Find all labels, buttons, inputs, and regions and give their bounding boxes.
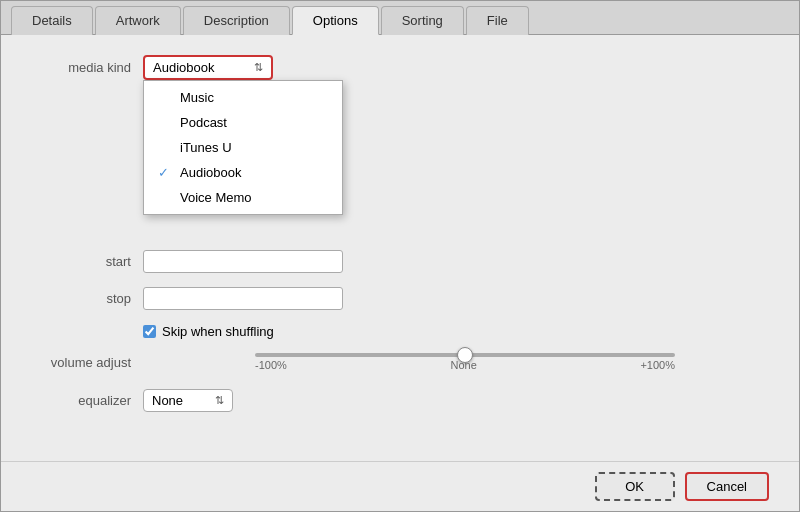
menu-item-itunes-u[interactable]: iTunes U <box>144 135 342 160</box>
tab-options[interactable]: Options <box>292 6 379 35</box>
equalizer-row: equalizer None ⇅ <box>31 389 769 412</box>
dropdown-arrow-icon: ⇅ <box>254 61 263 74</box>
tab-artwork[interactable]: Artwork <box>95 6 181 35</box>
volume-slider[interactable] <box>255 353 675 357</box>
button-row: OK Cancel <box>1 461 799 511</box>
media-kind-dropdown[interactable]: Audiobook ⇅ <box>143 55 273 80</box>
skip-shuffling-label: Skip when shuffling <box>162 324 274 339</box>
menu-item-voice-memo[interactable]: Voice Memo <box>144 185 342 210</box>
stop-row: stop <box>31 287 769 310</box>
volume-adjust-row: volume adjust -100% None +100% <box>31 353 769 371</box>
stop-label: stop <box>31 291 131 306</box>
slider-max-label: +100% <box>640 359 675 371</box>
equalizer-dropdown[interactable]: None ⇅ <box>143 389 233 412</box>
skip-shuffling-row: Skip when shuffling <box>143 324 769 339</box>
start-label: start <box>31 254 131 269</box>
slider-labels: -100% None +100% <box>255 359 675 371</box>
media-kind-menu: Music Podcast iTunes U Audiobook Voice M… <box>143 80 343 215</box>
slider-min-label: -100% <box>255 359 287 371</box>
tab-description[interactable]: Description <box>183 6 290 35</box>
main-window: Details Artwork Description Options Sort… <box>0 0 800 512</box>
media-kind-label: media kind <box>31 60 131 75</box>
start-row: start <box>31 250 769 273</box>
slider-mid-label: None <box>450 359 476 371</box>
skip-shuffling-checkbox[interactable] <box>143 325 156 338</box>
menu-item-music[interactable]: Music <box>144 85 342 110</box>
media-kind-dropdown-wrapper: Audiobook ⇅ Music Podcast iTunes U Aud <box>143 55 273 80</box>
equalizer-label: equalizer <box>31 393 131 408</box>
media-kind-value: Audiobook <box>153 60 214 75</box>
stop-input[interactable] <box>143 287 343 310</box>
equalizer-value: None <box>152 393 183 408</box>
tab-bar: Details Artwork Description Options Sort… <box>1 1 799 35</box>
tab-file[interactable]: File <box>466 6 529 35</box>
cancel-button[interactable]: Cancel <box>685 472 769 501</box>
options-content: media kind Audiobook ⇅ Music Podcast iTu… <box>1 35 799 461</box>
menu-item-audiobook[interactable]: Audiobook <box>144 160 342 185</box>
media-kind-row: media kind Audiobook ⇅ Music Podcast iTu… <box>31 55 769 80</box>
ok-button[interactable]: OK <box>595 472 675 501</box>
eq-dropdown-arrow-icon: ⇅ <box>215 394 224 407</box>
start-input[interactable] <box>143 250 343 273</box>
volume-label: volume adjust <box>31 355 131 370</box>
tab-details[interactable]: Details <box>11 6 93 35</box>
volume-slider-container: -100% None +100% <box>255 353 675 371</box>
menu-item-podcast[interactable]: Podcast <box>144 110 342 135</box>
tab-sorting[interactable]: Sorting <box>381 6 464 35</box>
